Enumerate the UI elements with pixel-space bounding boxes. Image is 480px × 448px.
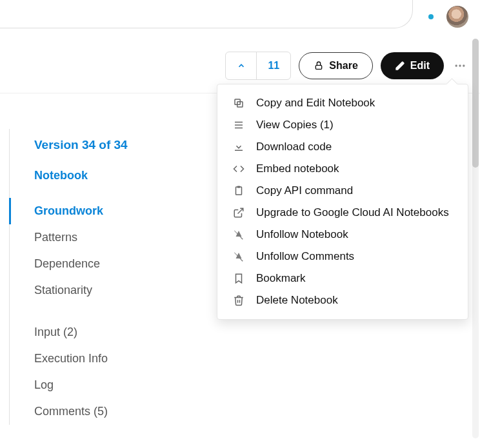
menu-label: Upgrade to Google Cloud AI Notebooks [256, 206, 449, 219]
menu-delete[interactable]: Delete Notebook [217, 289, 468, 311]
copy-icon [233, 97, 245, 109]
menu-label: Unfollow Notebook [256, 228, 348, 241]
avatar[interactable] [446, 6, 468, 28]
svg-point-3 [463, 64, 465, 66]
clipboard-icon [233, 185, 245, 197]
nav-comments[interactable]: Comments (5) [10, 398, 151, 425]
notebook-link[interactable]: Notebook [10, 161, 151, 190]
menu-bookmark[interactable]: Bookmark [217, 268, 468, 289]
svg-rect-10 [236, 187, 242, 195]
menu-download[interactable]: Download code [217, 136, 468, 158]
list-icon [233, 119, 245, 131]
menu-label: Embed notebook [256, 162, 339, 175]
unfollow-icon [233, 251, 245, 262]
menu-label: Copy API command [256, 184, 353, 197]
menu-label: Copy and Edit Notebook [256, 97, 375, 110]
more-button[interactable] [452, 57, 468, 74]
svg-point-1 [455, 64, 457, 66]
menu-upgrade-gcloud[interactable]: Upgrade to Google Cloud AI Notebooks [217, 202, 468, 224]
download-icon [233, 141, 245, 153]
pencil-icon [395, 61, 405, 71]
menu-view-copies[interactable]: View Copies (1) [217, 114, 468, 136]
version-number[interactable]: 11 [257, 52, 290, 79]
menu-unfollow-comments[interactable]: Unfollow Comments [217, 246, 468, 268]
section-dependence[interactable]: Dependence [10, 251, 151, 277]
share-button[interactable]: Share [299, 52, 372, 79]
top-bar [0, 0, 480, 34]
chevron-up-icon [237, 61, 246, 70]
trash-icon [233, 295, 245, 306]
svg-line-12 [238, 208, 243, 213]
sidebar: Version 34 of 34 Notebook Groundwork Pat… [9, 129, 151, 425]
menu-label: Download code [256, 141, 332, 153]
search-bar-outline [0, 0, 413, 28]
menu-label: View Copies (1) [256, 119, 334, 131]
more-dropdown: Copy and Edit Notebook View Copies (1) D… [217, 84, 468, 320]
nav-log[interactable]: Log [10, 372, 151, 398]
scrollbar[interactable] [472, 39, 479, 438]
menu-unfollow-notebook[interactable]: Unfollow Notebook [217, 224, 468, 246]
svg-rect-9 [235, 150, 243, 151]
lock-icon [314, 61, 324, 71]
unfollow-icon [233, 229, 245, 240]
menu-copy-edit[interactable]: Copy and Edit Notebook [217, 92, 468, 114]
scrollbar-thumb[interactable] [472, 39, 479, 168]
svg-point-2 [459, 64, 461, 66]
version-selector: 11 [225, 52, 291, 80]
notification-dot[interactable] [428, 14, 434, 19]
edit-label: Edit [410, 60, 430, 72]
version-heading[interactable]: Version 34 of 34 [10, 129, 151, 161]
svg-rect-0 [316, 65, 322, 69]
section-stationarity[interactable]: Stationarity [10, 277, 151, 304]
menu-label: Delete Notebook [256, 294, 338, 307]
edit-button[interactable]: Edit [381, 52, 444, 79]
bookmark-icon [233, 273, 245, 284]
menu-embed[interactable]: Embed notebook [217, 158, 468, 180]
svg-rect-11 [237, 186, 241, 188]
external-icon [233, 207, 245, 219]
embed-icon [233, 163, 245, 175]
menu-copy-api[interactable]: Copy API command [217, 180, 468, 202]
section-groundwork[interactable]: Groundwork [9, 198, 151, 224]
section-patterns[interactable]: Patterns [10, 224, 151, 251]
menu-label: Unfollow Comments [256, 250, 354, 263]
nav-input[interactable]: Input (2) [10, 319, 151, 346]
share-label: Share [329, 60, 357, 72]
more-horizontal-icon [454, 59, 466, 72]
version-up-button[interactable] [226, 52, 257, 79]
nav-execution-info[interactable]: Execution Info [10, 346, 151, 372]
menu-label: Bookmark [256, 272, 306, 285]
